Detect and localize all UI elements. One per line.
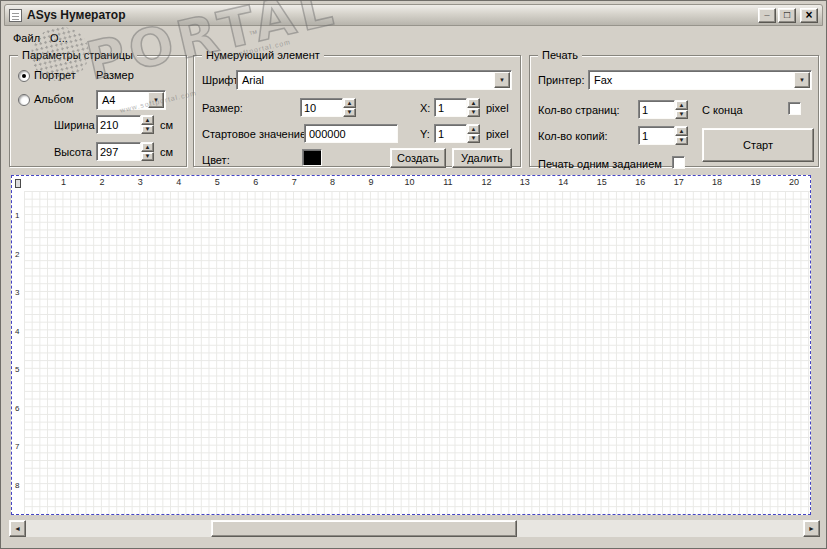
scroll-left-icon[interactable]: ◄ bbox=[9, 520, 26, 537]
y-spin-up-icon[interactable]: ▲ bbox=[467, 124, 480, 134]
h-ruler-tick: 15 bbox=[597, 177, 607, 187]
menu-item-about[interactable]: О... bbox=[48, 30, 76, 46]
groupbox-print-title: Печать bbox=[538, 49, 582, 61]
h-ruler-tick: 1 bbox=[61, 177, 66, 187]
app-icon bbox=[9, 9, 22, 22]
h-ruler-tick: 6 bbox=[253, 177, 258, 187]
x-spin-down-icon[interactable]: ▼ bbox=[467, 108, 480, 118]
window-controls: _ □ × bbox=[756, 8, 818, 23]
start-button[interactable]: Старт bbox=[702, 128, 814, 162]
maximize-icon: □ bbox=[784, 10, 790, 20]
v-ruler-tick: 1 bbox=[15, 211, 19, 220]
copies-count-label: Кол-во копий: bbox=[538, 130, 608, 142]
close-button[interactable]: × bbox=[800, 8, 818, 23]
color-label: Цвет: bbox=[202, 154, 230, 166]
h-ruler-tick: 19 bbox=[751, 177, 761, 187]
h-ruler-tick: 18 bbox=[712, 177, 722, 187]
h-ruler-tick: 17 bbox=[674, 177, 684, 187]
y-unit-label: pixel bbox=[486, 128, 509, 140]
pages-count-stepper: ▲ ▼ bbox=[638, 100, 688, 119]
h-ruler-tick: 11 bbox=[443, 177, 452, 187]
font-size-input[interactable] bbox=[300, 98, 343, 117]
height-spin-down-icon[interactable]: ▼ bbox=[141, 152, 154, 162]
chevron-down-icon[interactable]: ▼ bbox=[794, 72, 810, 88]
font-size-spin-down-icon[interactable]: ▼ bbox=[343, 108, 356, 118]
pages-count-input[interactable] bbox=[638, 100, 675, 119]
create-button[interactable]: Создать bbox=[390, 148, 446, 168]
height-unit-label: см bbox=[160, 146, 173, 158]
pages-spin-up-icon[interactable]: ▲ bbox=[675, 100, 688, 110]
single-job-checkbox[interactable] bbox=[672, 156, 685, 169]
h-ruler-tick: 7 bbox=[292, 177, 297, 187]
v-ruler-tick: 4 bbox=[15, 326, 19, 335]
h-ruler-tick: 12 bbox=[481, 177, 491, 187]
minimize-button[interactable]: _ bbox=[758, 8, 776, 23]
portrait-label: Портрет bbox=[34, 69, 76, 81]
x-input[interactable] bbox=[434, 98, 467, 117]
width-spin-down-icon[interactable]: ▼ bbox=[141, 125, 154, 135]
width-spin-up-icon[interactable]: ▲ bbox=[141, 115, 154, 125]
printer-value: Fax bbox=[591, 73, 793, 87]
app-window: ASys Нумератор _ □ × Файл О... Параметры… bbox=[0, 0, 827, 549]
font-size-stepper: ▲ ▼ bbox=[300, 98, 356, 117]
y-label: Y: bbox=[420, 128, 430, 140]
pages-spin-down-icon[interactable]: ▼ bbox=[675, 110, 688, 120]
font-label: Шрифт bbox=[202, 74, 238, 86]
ruler-origin-icon bbox=[15, 179, 21, 188]
v-ruler-tick: 5 bbox=[15, 365, 19, 374]
v-ruler-tick: 7 bbox=[15, 442, 19, 451]
x-spin-up-icon[interactable]: ▲ bbox=[467, 98, 480, 108]
menu-item-file[interactable]: Файл bbox=[11, 30, 48, 46]
y-input[interactable] bbox=[434, 124, 467, 143]
scroll-right-icon[interactable]: ► bbox=[803, 520, 820, 537]
titlebar: ASys Нумератор _ □ × bbox=[4, 4, 823, 26]
window-title: ASys Нумератор bbox=[27, 8, 125, 22]
start-value-label: Стартовое значение: bbox=[202, 128, 309, 140]
y-stepper: ▲ ▼ bbox=[434, 124, 480, 143]
groupbox-page-params: Параметры страницы Портрет Размер Альбом… bbox=[9, 55, 187, 167]
h-ruler-tick: 4 bbox=[176, 177, 181, 187]
x-stepper: ▲ ▼ bbox=[434, 98, 480, 117]
pages-count-label: Кол-во страниц: bbox=[538, 104, 620, 116]
v-ruler-tick: 8 bbox=[15, 480, 19, 489]
h-ruler: 1234567891011121314151617181920 bbox=[12, 176, 810, 191]
copies-count-stepper: ▲ ▼ bbox=[638, 126, 688, 145]
copies-spin-up-icon[interactable]: ▲ bbox=[675, 126, 688, 136]
h-ruler-tick: 10 bbox=[404, 177, 414, 187]
width-input[interactable] bbox=[96, 115, 141, 134]
printer-select[interactable]: Fax ▼ bbox=[588, 70, 812, 90]
width-unit-label: см bbox=[160, 119, 173, 131]
page-canvas[interactable] bbox=[24, 191, 810, 514]
start-value-input[interactable] bbox=[304, 124, 398, 143]
height-spin-up-icon[interactable]: ▲ bbox=[141, 142, 154, 152]
y-spin-down-icon[interactable]: ▼ bbox=[467, 134, 480, 144]
chevron-down-icon[interactable]: ▼ bbox=[148, 92, 164, 108]
font-size-spin-up-icon[interactable]: ▲ bbox=[343, 98, 356, 108]
groupbox-numbering: Нумерующий элемент Шрифт Arial ▼ Размер:… bbox=[193, 55, 521, 167]
landscape-radio[interactable] bbox=[18, 94, 30, 106]
color-swatch[interactable] bbox=[302, 149, 322, 166]
h-ruler-tick: 8 bbox=[330, 177, 335, 187]
portrait-radio[interactable] bbox=[18, 70, 30, 82]
groupbox-page-params-title: Параметры страницы bbox=[18, 49, 137, 61]
delete-button[interactable]: Удалить bbox=[452, 148, 512, 168]
h-ruler-tick: 9 bbox=[369, 177, 374, 187]
paper-size-value: A4 bbox=[99, 93, 147, 107]
h-scrollbar[interactable]: ◄ ► bbox=[9, 520, 820, 537]
copies-count-input[interactable] bbox=[638, 126, 675, 145]
v-ruler-tick: 2 bbox=[15, 249, 19, 258]
paper-size-select[interactable]: A4 ▼ bbox=[96, 90, 166, 110]
single-job-label: Печать одним заданием bbox=[538, 158, 662, 170]
close-icon: × bbox=[805, 9, 812, 21]
h-ruler-tick: 14 bbox=[558, 177, 568, 187]
chevron-down-icon[interactable]: ▼ bbox=[494, 72, 510, 88]
v-ruler-tick: 3 bbox=[15, 288, 19, 297]
h-scrollbar-thumb[interactable] bbox=[211, 520, 517, 537]
copies-spin-down-icon[interactable]: ▼ bbox=[675, 136, 688, 146]
height-input[interactable] bbox=[96, 142, 141, 161]
menubar: Файл О... bbox=[5, 28, 822, 48]
maximize-button[interactable]: □ bbox=[778, 8, 796, 23]
font-select[interactable]: Arial ▼ bbox=[236, 70, 512, 90]
from-end-checkbox[interactable] bbox=[788, 102, 801, 115]
printer-label: Принтер: bbox=[538, 74, 584, 86]
